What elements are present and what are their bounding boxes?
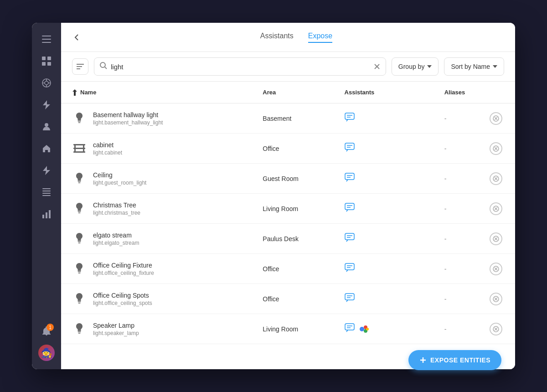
col-header-name[interactable]: Name [61, 82, 252, 103]
entity-area-cell: Office [252, 254, 333, 284]
tab-expose[interactable]: Expose [308, 32, 332, 43]
table-row: Basement hallway light light.basement_ha… [61, 103, 515, 134]
area-name: Paulus Desk [263, 235, 299, 242]
assistant-chat-icon [345, 113, 355, 124]
area-name: Basement [263, 115, 291, 122]
sidebar-item-dashboard[interactable] [37, 52, 56, 70]
aliases-value: - [444, 175, 447, 182]
entity-type-icon [72, 292, 87, 306]
svg-rect-38 [73, 151, 85, 153]
search-input[interactable] [111, 63, 370, 71]
sidebar-item-home[interactable] [37, 139, 56, 158]
entity-action-cell [479, 164, 515, 194]
remove-entity-button[interactable] [490, 263, 502, 275]
sidebar-item-people[interactable] [37, 118, 56, 136]
entity-area-cell: Office [252, 284, 333, 314]
entity-aliases-cell: - [433, 284, 479, 314]
sidebar-item-notifications[interactable] [37, 322, 56, 340]
filter-button[interactable] [72, 58, 88, 75]
col-header-area: Area [252, 82, 333, 103]
svg-rect-89 [78, 331, 81, 332]
table-row: Ceiling light.guest_room_light Guest Roo… [61, 164, 515, 194]
entity-type-icon [72, 171, 87, 186]
svg-rect-39 [74, 145, 76, 148]
sidebar-item-integrations[interactable] [37, 74, 56, 92]
remove-entity-button[interactable] [490, 202, 502, 215]
entity-assistants-cell [334, 194, 433, 224]
remove-entity-button[interactable] [490, 172, 502, 185]
svg-rect-83 [345, 294, 354, 300]
col-header-action [479, 82, 515, 103]
svg-rect-0 [42, 36, 51, 36]
entity-type-icon [72, 322, 87, 336]
entity-type-icon [72, 111, 87, 126]
svg-rect-20 [49, 210, 51, 218]
sidebar-menu-icon[interactable] [37, 30, 56, 48]
remove-entity-button[interactable] [490, 112, 502, 125]
svg-rect-58 [78, 212, 81, 213]
assistant-chat-icon [345, 173, 355, 184]
assistant-chat-icon [345, 143, 355, 154]
entity-type-icon [72, 141, 87, 156]
clear-search-button[interactable] [374, 63, 380, 70]
svg-rect-41 [74, 149, 76, 151]
svg-point-24 [100, 62, 105, 67]
remove-entity-button[interactable] [490, 232, 502, 245]
entity-id: light.office_ceiling_fixture [93, 270, 154, 276]
entity-aliases-cell: - [433, 314, 479, 344]
assistant-chat-icon [345, 263, 355, 274]
col-header-aliases: Aliases [433, 82, 479, 103]
header: Assistants Expose [61, 23, 515, 52]
sidebar-item-logbook[interactable] [37, 183, 56, 201]
entity-assistants-cell [334, 254, 433, 284]
svg-rect-75 [345, 263, 354, 270]
svg-rect-81 [78, 301, 81, 302]
group-by-button[interactable]: Group by [392, 57, 439, 76]
tab-assistants[interactable]: Assistants [260, 32, 294, 43]
area-name: Living Room [263, 325, 298, 333]
user-avatar: 🧙 [38, 345, 55, 361]
entity-action-cell [479, 134, 515, 164]
entity-assistants-cell [334, 314, 433, 344]
table-row: cabinet light.cabinet Office - [61, 134, 515, 164]
svg-rect-1 [42, 39, 51, 40]
entity-assistants-cell [334, 164, 433, 194]
back-button[interactable] [72, 33, 81, 42]
remove-entity-button[interactable] [490, 142, 502, 155]
entity-id: light.elgato_stream [93, 240, 139, 246]
entity-assistants-cell [334, 134, 433, 164]
sidebar-item-lightning[interactable] [37, 161, 56, 180]
remove-entity-button[interactable] [490, 323, 502, 335]
svg-line-25 [105, 67, 107, 69]
expose-entities-button[interactable]: EXPOSE ENTITIES [408, 350, 501, 370]
entity-area-cell: Basement [252, 103, 333, 134]
entity-id: light.christmas_tree [93, 210, 140, 216]
sort-by-button[interactable]: Sort by Name [444, 57, 504, 76]
area-name: Living Room [263, 205, 298, 212]
entity-name-cell: Ceiling light.guest_room_light [61, 164, 252, 194]
entity-name: Office Ceiling Spots [93, 292, 152, 299]
sidebar-item-energy[interactable] [37, 96, 56, 114]
entity-name: Christmas Tree [93, 201, 140, 209]
entity-action-cell [479, 194, 515, 224]
table-row: Office Ceiling Fixture light.office_ceil… [61, 254, 515, 284]
svg-rect-3 [42, 57, 46, 60]
svg-rect-57 [78, 211, 81, 212]
entity-name-cell: Office Ceiling Fixture light.office_ceil… [61, 254, 252, 284]
assistant-chat-icon [345, 233, 355, 244]
assistant-chat-icon [345, 203, 355, 214]
svg-rect-29 [78, 122, 81, 123]
sidebar-avatar[interactable]: 🧙 [37, 344, 56, 362]
header-tabs: Assistants Expose [88, 32, 504, 43]
remove-entity-button[interactable] [490, 293, 502, 305]
svg-rect-37 [73, 148, 85, 149]
area-name: Office [263, 265, 279, 273]
sidebar-item-history[interactable] [37, 205, 56, 223]
entity-id: light.cabinet [93, 150, 122, 156]
entity-name: Speaker Lamp [93, 322, 139, 329]
svg-rect-73 [78, 271, 81, 272]
svg-rect-14 [42, 188, 51, 189]
entities-table: Name Area Assistants Aliases [61, 82, 515, 369]
svg-rect-91 [345, 324, 354, 330]
svg-rect-67 [345, 233, 354, 240]
